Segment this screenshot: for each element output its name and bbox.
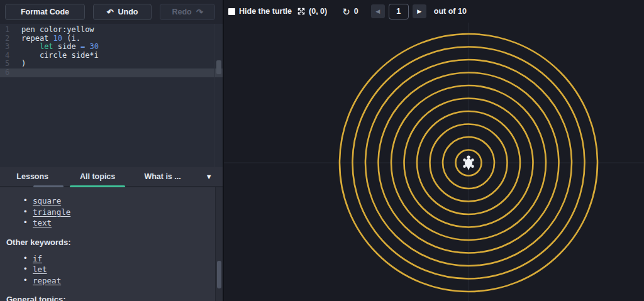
editor-scrollbar-thumb[interactable] xyxy=(216,60,221,74)
code-lines: 1pen color:yellow2repeat 10 (i.3 let sid… xyxy=(0,26,223,77)
editor-scrollbar[interactable] xyxy=(214,24,223,167)
next-step-button[interactable]: ▶ xyxy=(413,4,426,18)
code-text: let side = 30 xyxy=(11,43,99,52)
code-line-4[interactable]: 4 circle side*i xyxy=(0,52,223,60)
step-input[interactable] xyxy=(389,4,409,19)
hide-turtle-checkbox[interactable] xyxy=(228,8,235,15)
code-text: circle side*i xyxy=(11,52,99,60)
topic-link-repeat[interactable]: repeat xyxy=(25,276,61,285)
canvas-toolbar: Hide the turtle (0, 0) ↻ 0 ◀ ▶ out of 10 xyxy=(224,0,644,23)
topic-link-let[interactable]: let xyxy=(25,265,47,274)
line-number: 2 xyxy=(0,35,11,43)
turtle-canvas-panel: Hide the turtle (0, 0) ↻ 0 ◀ ▶ out of 10 xyxy=(223,0,644,301)
code-text xyxy=(11,68,21,77)
list-item: if xyxy=(6,253,223,264)
code-editor[interactable]: 1pen color:yellow2repeat 10 (i.3 let sid… xyxy=(0,24,223,167)
code-panel: Format Code ↶ Undo Redo ↷ 1pen color:yel… xyxy=(0,0,223,301)
code-text: ) xyxy=(11,60,26,68)
editor-toolbar: Format Code ↶ Undo Redo ↷ xyxy=(0,0,223,24)
format-code-label: Format Code xyxy=(21,8,69,16)
code-text: repeat 10 (i. xyxy=(11,35,80,43)
topics-content: squaretriangletextOther keywords:ifletre… xyxy=(0,187,223,301)
tab-all-topics[interactable]: All topics xyxy=(65,167,130,186)
undo-button[interactable]: ↶ Undo xyxy=(93,4,152,20)
topic-link-if[interactable]: if xyxy=(25,254,42,263)
topic-link-text[interactable]: text xyxy=(25,218,52,227)
topics-scrollbar-thumb[interactable] xyxy=(217,261,221,288)
list-item: repeat xyxy=(6,275,223,286)
topic-link-square[interactable]: square xyxy=(25,196,61,205)
prev-step-button[interactable]: ◀ xyxy=(371,4,385,18)
topics-list: ifletrepeat xyxy=(6,253,223,286)
redo-icon: ↷ xyxy=(196,8,203,16)
turtle-canvas[interactable] xyxy=(224,0,644,301)
topics-heading-general-topics: General topics: xyxy=(6,295,223,301)
rotation-value: 0 xyxy=(354,7,358,16)
list-item: square xyxy=(6,195,223,206)
line-number: 3 xyxy=(0,43,11,52)
code-line-3[interactable]: 3 let side = 30 xyxy=(0,43,223,52)
topic-link-triangle[interactable]: triangle xyxy=(25,207,70,217)
rotate-icon[interactable]: ↻ xyxy=(342,7,350,16)
tab-what-is[interactable]: What is ... xyxy=(130,167,195,186)
redo-button[interactable]: Redo ↷ xyxy=(160,4,215,20)
topics-tab-bar: LessonsAll topicsWhat is ...▼ xyxy=(0,167,223,187)
undo-icon: ↶ xyxy=(107,8,114,16)
code-line-2[interactable]: 2repeat 10 (i. xyxy=(0,35,223,43)
tab-label: Lessons xyxy=(16,172,48,181)
code-line-6[interactable]: 6 xyxy=(0,68,223,77)
hide-turtle-label: Hide the turtle xyxy=(239,7,292,16)
move-arrows-icon xyxy=(297,7,306,16)
topics-list: squaretriangletext xyxy=(6,195,223,228)
topics-heading-other-keywords: Other keywords: xyxy=(6,238,223,247)
undo-label: Undo xyxy=(118,8,138,16)
line-number: 1 xyxy=(0,26,11,35)
step-total-label: out of 10 xyxy=(434,7,467,16)
line-number: 5 xyxy=(0,60,11,68)
code-line-1[interactable]: 1pen color:yellow xyxy=(0,26,223,35)
list-item: triangle xyxy=(6,206,223,217)
code-line-5[interactable]: 5) xyxy=(0,60,223,68)
list-item: let xyxy=(6,263,223,275)
tab-lessons[interactable]: Lessons xyxy=(0,167,65,186)
topics-scrollbar[interactable] xyxy=(215,187,223,301)
turtle-position: (0, 0) xyxy=(309,7,327,16)
code-text: pen color:yellow xyxy=(11,26,94,35)
tab-label: All topics xyxy=(80,172,115,181)
step-navigator: ◀ ▶ out of 10 xyxy=(371,4,467,19)
line-number: 4 xyxy=(0,52,11,60)
topics-sections: squaretriangletextOther keywords:ifletre… xyxy=(6,195,223,301)
turtle-icon xyxy=(463,156,474,171)
list-item: text xyxy=(6,217,223,228)
rotation-indicator: ↻ 0 xyxy=(342,7,358,16)
redo-label: Redo xyxy=(172,8,191,16)
tab-label: What is ... xyxy=(144,172,180,181)
line-number: 6 xyxy=(0,68,11,77)
format-code-button[interactable]: Format Code xyxy=(5,4,85,20)
tabs-dropdown-caret[interactable]: ▼ xyxy=(195,173,223,180)
